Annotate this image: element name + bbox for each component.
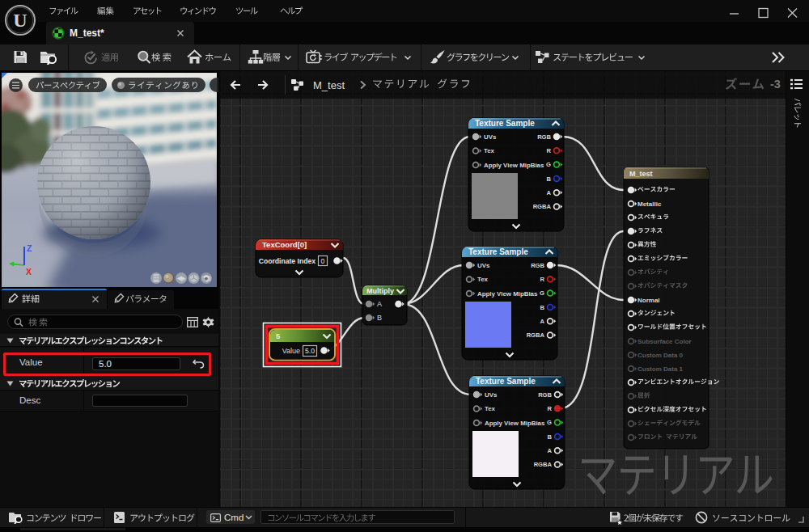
svg-text:Subsurface Color: Subsurface Color <box>637 338 692 345</box>
svg-text:B: B <box>540 304 545 311</box>
svg-text:Tex: Tex <box>484 147 495 154</box>
svg-text:Custom Data 1: Custom Data 1 <box>637 365 684 373</box>
svg-text:Value: Value <box>282 347 300 355</box>
svg-text:Tex: Tex <box>485 405 496 412</box>
svg-text:A: A <box>548 447 553 454</box>
svg-text:U: U <box>13 10 27 31</box>
svg-text:5.0: 5.0 <box>305 347 315 355</box>
svg-text:Tex: Tex <box>477 276 489 283</box>
svg-text:UVs: UVs <box>484 133 497 141</box>
svg-text:0: 0 <box>321 257 325 265</box>
svg-text:R: R <box>540 276 545 283</box>
svg-text:B: B <box>377 314 382 322</box>
svg-text:Custom Data 0: Custom Data 0 <box>637 352 684 359</box>
svg-text:R: R <box>547 147 552 154</box>
svg-text:Texture Sample: Texture Sample <box>476 377 536 386</box>
svg-text:Normal: Normal <box>637 297 660 304</box>
svg-text:Apply View MipBias: Apply View MipBias <box>484 162 544 169</box>
svg-text:TexCoord[0]: TexCoord[0] <box>262 240 307 249</box>
svg-text:-3: -3 <box>770 78 781 91</box>
svg-text:UVs: UVs <box>485 391 498 399</box>
svg-text:A: A <box>547 189 552 196</box>
svg-text:RGBA: RGBA <box>534 461 553 468</box>
svg-text:5: 5 <box>276 331 281 340</box>
svg-text:Texture Sample: Texture Sample <box>468 247 528 256</box>
svg-text:G: G <box>547 419 552 426</box>
svg-text:G: G <box>546 161 551 168</box>
svg-text:X: X <box>26 267 32 277</box>
svg-text:RGB: RGB <box>531 262 544 269</box>
svg-text:RGBA: RGBA <box>533 203 552 210</box>
svg-text:A: A <box>540 318 545 325</box>
svg-text:R: R <box>548 405 553 412</box>
svg-text:RGB: RGB <box>538 391 552 399</box>
svg-text:Multiply: Multiply <box>366 287 394 295</box>
svg-text:B: B <box>547 175 552 183</box>
svg-text:RGB: RGB <box>537 133 551 141</box>
svg-text:Apply View MipBias: Apply View MipBias <box>477 290 538 298</box>
svg-text:B: B <box>548 433 553 441</box>
svg-text:M_test: M_test <box>629 170 653 178</box>
svg-text:G: G <box>540 289 544 297</box>
svg-text:Apply View MipBias: Apply View MipBias <box>485 420 545 427</box>
svg-text:UVs: UVs <box>477 262 490 269</box>
svg-text:RGBA: RGBA <box>527 331 545 339</box>
svg-text:Metallic: Metallic <box>637 201 662 208</box>
svg-text:Coordinate Index: Coordinate Index <box>259 257 316 265</box>
svg-text:Z: Z <box>27 243 32 253</box>
svg-text:A: A <box>377 300 382 308</box>
svg-text:Texture Sample: Texture Sample <box>475 119 535 128</box>
